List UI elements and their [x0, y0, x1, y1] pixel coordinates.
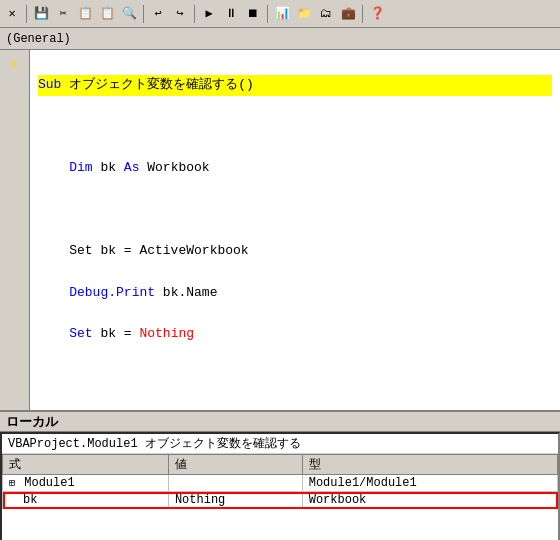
code-line-dim: Dim bk As Workbook — [38, 158, 552, 179]
keyword-as: As — [124, 160, 140, 175]
locals-header-row: 式 値 型 — [3, 455, 558, 475]
keyword-sub: Sub — [38, 77, 69, 92]
locals-context: VBAProject.Module1 オブジェクト変数を確認する — [2, 434, 558, 454]
table-row[interactable]: ⊞ Module1 Module1/Module1 — [3, 475, 558, 492]
sub-name: オブジェクト変数を確認する() — [69, 77, 254, 92]
code-line-blank2 — [38, 200, 552, 221]
code-line-blank1 — [38, 116, 552, 137]
code-line-sub: Sub オブジェクト変数を確認する() — [38, 75, 552, 96]
icon-pause[interactable]: ⏸ — [221, 4, 241, 24]
icon-save[interactable]: 💾 — [31, 4, 51, 24]
separator-3 — [194, 5, 195, 23]
icon-cut[interactable]: ✂ — [53, 4, 73, 24]
icon-modules[interactable]: 🗂 — [316, 4, 336, 24]
icon-project[interactable]: 💼 — [338, 4, 358, 24]
cell-type-module1: Module1/Module1 — [302, 475, 557, 492]
locals-header: ローカル — [0, 410, 560, 432]
locals-title: ローカル — [6, 413, 58, 431]
locals-panel: ローカル VBAProject.Module1 オブジェクト変数を確認する 式 … — [0, 410, 560, 540]
cell-expr-bk: bk — [3, 492, 169, 509]
icon-paste[interactable]: 📋 — [97, 4, 117, 24]
locals-context-text: VBAProject.Module1 オブジェクト変数を確認する — [8, 435, 301, 452]
general-bar: (General) — [0, 28, 560, 50]
separator-5 — [362, 5, 363, 23]
code-line-debug: Debug.Print bk.Name — [38, 283, 552, 304]
icon-redo[interactable]: ↪ — [170, 4, 190, 24]
icon-chart[interactable]: 📊 — [272, 4, 292, 24]
keyword-set: Set — [69, 326, 92, 341]
icon-x[interactable]: ✕ — [2, 4, 22, 24]
cell-value-module1 — [168, 475, 302, 492]
icon-folder[interactable]: 📁 — [294, 4, 314, 24]
cell-expr-text: Module1 — [24, 476, 74, 490]
editor-container: ➤ Sub オブジェクト変数を確認する() Dim bk As Workbook… — [0, 50, 560, 410]
code-line-blank3 — [38, 366, 552, 387]
locals-area: VBAProject.Module1 オブジェクト変数を確認する 式 値 型 ⊞… — [0, 432, 560, 540]
execution-arrow: ➤ — [10, 54, 18, 76]
locals-table: 式 値 型 ⊞ Module1 Module1/Module1 bk Nothi… — [2, 454, 558, 509]
icon-help[interactable]: ❓ — [367, 4, 387, 24]
separator-2 — [143, 5, 144, 23]
icon-stop[interactable]: ⏹ — [243, 4, 263, 24]
code-line-set1: Set bk = ActiveWorkbook — [38, 241, 552, 262]
cell-value-bk: Nothing — [168, 492, 302, 509]
icon-find[interactable]: 🔍 — [119, 4, 139, 24]
table-row-bk[interactable]: bk Nothing Workbook — [3, 492, 558, 509]
code-line-set2: Set bk = Nothing — [38, 324, 552, 345]
expand-icon[interactable]: ⊞ — [9, 478, 15, 489]
keyword-debug: Debug.Print — [69, 285, 155, 300]
col-value: 値 — [168, 455, 302, 475]
cell-type-bk: Workbook — [302, 492, 557, 509]
separator-1 — [26, 5, 27, 23]
keyword-nothing: Nothing — [139, 326, 194, 341]
toolbar: ✕ 💾 ✂ 📋 📋 🔍 ↩ ↪ ▶ ⏸ ⏹ 📊 📁 🗂 💼 ❓ — [0, 0, 560, 28]
general-label: (General) — [6, 32, 71, 46]
icon-undo[interactable]: ↩ — [148, 4, 168, 24]
keyword-dim: Dim — [69, 160, 92, 175]
col-type: 型 — [302, 455, 557, 475]
icon-run[interactable]: ▶ — [199, 4, 219, 24]
cell-expr-module1: ⊞ Module1 — [3, 475, 169, 492]
icon-copy[interactable]: 📋 — [75, 4, 95, 24]
col-expr: 式 — [3, 455, 169, 475]
separator-4 — [267, 5, 268, 23]
